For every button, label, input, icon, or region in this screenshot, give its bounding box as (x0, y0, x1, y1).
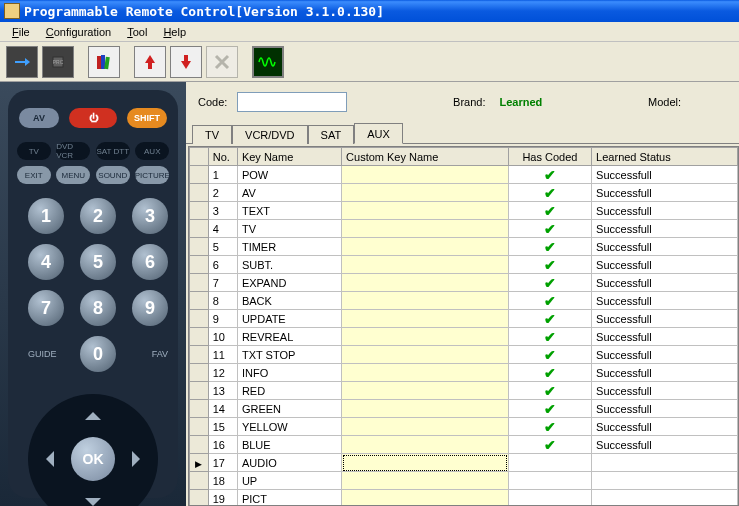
cell-status[interactable]: Successfull (592, 382, 738, 400)
cell-status[interactable]: Successfull (592, 328, 738, 346)
table-row[interactable]: 7EXPAND✔Successfull (190, 274, 738, 292)
cell-status[interactable] (592, 490, 738, 507)
tab-vcrdvd[interactable]: VCR/DVD (232, 125, 308, 144)
col-custom[interactable]: Custom Key Name (342, 148, 509, 166)
remote-num-2[interactable]: 2 (80, 198, 116, 234)
cell-status[interactable]: Successfull (592, 400, 738, 418)
cell-no[interactable]: 15 (208, 418, 237, 436)
row-header-cell[interactable] (190, 364, 209, 382)
remote-down-button[interactable] (85, 498, 101, 506)
row-header-cell[interactable] (190, 382, 209, 400)
remote-ok-button[interactable]: OK (71, 437, 115, 481)
row-header-cell[interactable] (190, 346, 209, 364)
cell-coded[interactable]: ✔ (508, 256, 591, 274)
cell-coded[interactable]: ✔ (508, 238, 591, 256)
table-row[interactable]: 18UP (190, 472, 738, 490)
cell-custom[interactable] (342, 238, 509, 256)
cell-keyname[interactable]: UP (237, 472, 341, 490)
row-header-cell[interactable] (190, 202, 209, 220)
remote-aux-button[interactable]: AUX (135, 142, 169, 160)
toolbar-waveform-button[interactable] (252, 46, 284, 78)
cell-custom[interactable] (342, 184, 509, 202)
remote-tv-button[interactable]: TV (17, 142, 51, 160)
row-header-cell[interactable] (190, 490, 209, 507)
cell-coded[interactable]: ✔ (508, 418, 591, 436)
cell-keyname[interactable]: YELLOW (237, 418, 341, 436)
table-row[interactable]: 17AUDIO (190, 454, 738, 472)
cell-keyname[interactable]: GREEN (237, 400, 341, 418)
cell-custom[interactable] (342, 364, 509, 382)
table-row[interactable]: 10REVREAL✔Successfull (190, 328, 738, 346)
toolbar-download-button[interactable] (6, 46, 38, 78)
cell-custom[interactable] (342, 256, 509, 274)
table-row[interactable]: 8BACK✔Successfull (190, 292, 738, 310)
cell-no[interactable]: 12 (208, 364, 237, 382)
cell-status[interactable]: Successfull (592, 346, 738, 364)
cell-custom[interactable] (342, 382, 509, 400)
row-header-cell[interactable] (190, 400, 209, 418)
row-header-cell[interactable] (190, 472, 209, 490)
remote-right-button[interactable] (132, 451, 148, 467)
cell-status[interactable] (592, 454, 738, 472)
cell-keyname[interactable]: BACK (237, 292, 341, 310)
cell-no[interactable]: 8 (208, 292, 237, 310)
cell-status[interactable]: Successfull (592, 436, 738, 454)
cell-custom[interactable] (342, 166, 509, 184)
row-header-cell[interactable] (190, 256, 209, 274)
cell-status[interactable]: Successfull (592, 202, 738, 220)
toolbar-delete-button[interactable] (206, 46, 238, 78)
cell-custom[interactable] (342, 490, 509, 507)
row-header-cell[interactable] (190, 454, 209, 472)
table-row[interactable]: 14GREEN✔Successfull (190, 400, 738, 418)
table-row[interactable]: 6SUBT.✔Successfull (190, 256, 738, 274)
cell-custom[interactable] (342, 202, 509, 220)
table-row[interactable]: 9UPDATE✔Successfull (190, 310, 738, 328)
cell-no[interactable]: 6 (208, 256, 237, 274)
cell-keyname[interactable]: TIMER (237, 238, 341, 256)
cell-status[interactable]: Successfull (592, 220, 738, 238)
remote-menu-button[interactable]: MENU (56, 166, 90, 184)
cell-coded[interactable]: ✔ (508, 436, 591, 454)
cell-custom[interactable] (342, 346, 509, 364)
tab-tv[interactable]: TV (192, 125, 232, 144)
tab-sat[interactable]: SAT (308, 125, 355, 144)
remote-num-5[interactable]: 5 (80, 244, 116, 280)
row-header-cell[interactable] (190, 274, 209, 292)
cell-no[interactable]: 7 (208, 274, 237, 292)
cell-status[interactable]: Successfull (592, 274, 738, 292)
cell-keyname[interactable]: TV (237, 220, 341, 238)
cell-keyname[interactable]: UPDATE (237, 310, 341, 328)
table-row[interactable]: 1POW✔Successfull (190, 166, 738, 184)
cell-no[interactable]: 17 (208, 454, 237, 472)
cell-custom[interactable] (342, 454, 509, 472)
remote-picture-button[interactable]: PICTURE (135, 166, 169, 184)
remote-shift-button[interactable]: SHIFT (127, 108, 167, 128)
cell-no[interactable]: 5 (208, 238, 237, 256)
cell-status[interactable]: Successfull (592, 310, 738, 328)
cell-keyname[interactable]: TXT STOP (237, 346, 341, 364)
remote-sound-button[interactable]: SOUND (96, 166, 130, 184)
cell-status[interactable]: Successfull (592, 256, 738, 274)
remote-exit-button[interactable]: EXIT (17, 166, 51, 184)
toolbar-library-button[interactable] (88, 46, 120, 78)
cell-custom[interactable] (342, 310, 509, 328)
cell-keyname[interactable]: REVREAL (237, 328, 341, 346)
table-row[interactable]: 3TEXT✔Successfull (190, 202, 738, 220)
cell-custom[interactable] (342, 472, 509, 490)
row-header-cell[interactable] (190, 310, 209, 328)
code-input[interactable] (237, 92, 347, 112)
toolbar-chip-button[interactable]: PRC (42, 46, 74, 78)
table-row[interactable]: 16BLUE✔Successfull (190, 436, 738, 454)
remote-dvd-button[interactable]: DVD VCR (56, 142, 90, 160)
cell-keyname[interactable]: PICT (237, 490, 341, 507)
cell-custom[interactable] (342, 328, 509, 346)
remote-sat-button[interactable]: SAT DTT (96, 142, 130, 160)
remote-av-button[interactable]: AV (19, 108, 59, 128)
table-row[interactable]: 11TXT STOP✔Successfull (190, 346, 738, 364)
cell-no[interactable]: 4 (208, 220, 237, 238)
row-header-cell[interactable] (190, 184, 209, 202)
remote-num-0[interactable]: 0 (80, 336, 116, 372)
cell-custom[interactable] (342, 220, 509, 238)
cell-coded[interactable]: ✔ (508, 310, 591, 328)
col-status[interactable]: Learned Status (592, 148, 738, 166)
